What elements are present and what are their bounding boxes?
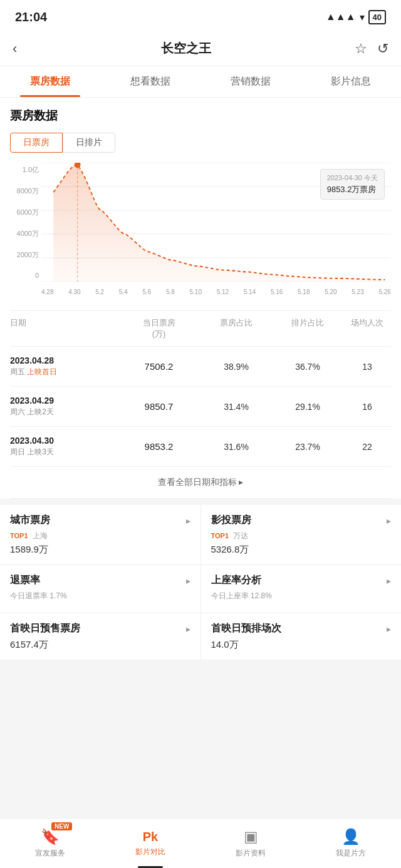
- view-all-link[interactable]: 查看全部日期和指标 ▸: [10, 467, 391, 499]
- chart-container: 0 2000万 4000万 6000万 8000万 1.0亿: [10, 163, 391, 300]
- refund-rate-title: 退票率: [10, 574, 40, 587]
- status-icons: ▲▲▲ ▾ 40: [326, 10, 386, 24]
- chart-x-labels: 4.28 4.30 5.2 5.4 5.6 5.8 5.10 5.12 5.14…: [41, 283, 391, 300]
- row1-schedulepct: 36.7%: [272, 361, 343, 372]
- refresh-button[interactable]: ↺: [377, 41, 388, 57]
- row3-box: 9853.2: [117, 441, 200, 452]
- presale-box-title: 首映日预售票房: [10, 622, 80, 635]
- theater-box-subtitle: TOP1 万达: [211, 531, 392, 541]
- table-header: 日期 当日票房 (万) 票房占比 排片占比 场均人次: [10, 311, 391, 347]
- theater-box-card[interactable]: 影投票房 ▸ TOP1 万达 5326.8万: [201, 505, 402, 564]
- row2-box: 9850.7: [117, 401, 200, 412]
- row1-date: 2023.04.28 周五 上映首日: [10, 355, 117, 377]
- chart-svg-area: 2023-04-30 今天 9853.2万票房: [41, 163, 391, 282]
- presale-schedule-title: 首映日预排场次: [211, 622, 281, 635]
- theater-box-title-row: 影投票房 ▸: [211, 514, 392, 527]
- x-label-516: 5.16: [271, 288, 283, 295]
- cards-grid-middle: 退票率 ▸ 今日退票率 1.7% 上座率分析 ▸ 今日上座率 12.8%: [0, 565, 401, 613]
- row2-date: 2023.04.29 周六 上映2天: [10, 396, 117, 417]
- city-box-arrow: ▸: [186, 516, 190, 526]
- header-right: ☆ ↺: [355, 41, 388, 57]
- row3-boxpct: 31.6%: [200, 441, 272, 452]
- y-label-10000: 1.0亿: [13, 165, 39, 175]
- city-box-title: 城市票房: [10, 514, 50, 527]
- row2-schedulepct: 29.1%: [272, 401, 343, 412]
- refund-rate-subtitle: 今日退票率 1.7%: [10, 591, 190, 601]
- signal-icon: ▲▲▲: [326, 11, 356, 23]
- presale-box-value: 6157.4万: [10, 639, 190, 651]
- theater-box-title: 影投票房: [211, 514, 251, 527]
- table-row: 2023.04.28 周五 上映首日 7506.2 38.9% 36.7% 13: [10, 347, 391, 387]
- x-label-54: 5.4: [119, 288, 128, 295]
- nav-item-compare[interactable]: Pk 影片对比: [100, 819, 200, 868]
- distributor-icon: 👤: [341, 828, 360, 845]
- star-button[interactable]: ☆: [355, 41, 367, 57]
- city-box-value: 1589.9万: [10, 544, 190, 556]
- presale-box-title-row: 首映日预售票房 ▸: [10, 622, 190, 635]
- chart-y-labels: 0 2000万 4000万 6000万 8000万 1.0亿: [10, 163, 41, 282]
- city-box-card[interactable]: 城市票房 ▸ TOP1 上海 1589.9万: [0, 505, 200, 564]
- battery-indicator: 40: [368, 10, 386, 24]
- x-label-56: 5.6: [142, 288, 151, 295]
- x-label-518: 5.18: [298, 288, 310, 295]
- distributor-label: 我是片方: [336, 848, 366, 859]
- row3-schedulepct: 23.7%: [272, 441, 343, 452]
- header: ‹ 长空之王 ☆ ↺: [0, 31, 401, 66]
- tab-box-data[interactable]: 票房数据: [0, 66, 100, 97]
- x-label-510: 5.10: [190, 288, 202, 295]
- row3-avgpeople: 22: [343, 441, 391, 452]
- row3-date: 2023.04.30 周日 上映3天: [10, 436, 117, 457]
- refund-rate-card[interactable]: 退票率 ▸ 今日退票率 1.7%: [0, 565, 200, 613]
- tooltip-date: 2023-04-30 今天: [327, 173, 378, 183]
- y-label-8000: 8000万: [13, 186, 39, 196]
- page-title: 长空之王: [161, 40, 211, 57]
- nav-item-distributor[interactable]: 👤 我是片方: [301, 819, 401, 868]
- bottom-nav: 🔖 宣发服务 NEW Pk 影片对比 ▣ 影片资料 👤 我是片方: [0, 818, 401, 868]
- col-header-box: 当日票房 (万): [117, 317, 200, 340]
- x-label-514: 5.14: [244, 288, 256, 295]
- tab-bar: 票房数据 想看数据 营销数据 影片信息: [0, 66, 401, 98]
- nav-item-promo[interactable]: 🔖 宣发服务 NEW: [0, 819, 100, 868]
- tooltip-value: 9853.2万票房: [327, 184, 378, 195]
- section-divider: [0, 499, 401, 505]
- attendance-card[interactable]: 上座率分析 ▸ 今日上座率 12.8%: [201, 565, 402, 613]
- x-label-512: 5.12: [217, 288, 229, 295]
- row1-boxpct: 38.9%: [200, 361, 272, 372]
- row2-avgpeople: 16: [343, 401, 391, 412]
- col-header-schedulepct: 排片占比: [272, 317, 343, 340]
- refund-rate-arrow: ▸: [186, 576, 190, 586]
- compare-icon: Pk: [143, 830, 158, 844]
- table-row: 2023.04.30 周日 上映3天 9853.2 31.6% 23.7% 22: [10, 427, 391, 467]
- toggle-daily-schedule[interactable]: 日排片: [63, 133, 115, 153]
- city-box-subtitle: TOP1 上海: [10, 531, 190, 541]
- chart-toggle-group: 日票房 日排片: [10, 133, 391, 153]
- theater-box-arrow: ▸: [387, 516, 391, 526]
- presale-schedule-card[interactable]: 首映日预排场次 ▸ 14.0万: [201, 613, 402, 660]
- attendance-subtitle: 今日上座率 12.8%: [211, 591, 392, 601]
- theater-box-value: 5326.8万: [211, 544, 392, 556]
- col-header-boxpct: 票房占比: [200, 317, 272, 340]
- row1-box: 7506.2: [117, 361, 200, 372]
- data-table: 日期 当日票房 (万) 票房占比 排片占比 场均人次 2023.04.28 周五…: [10, 310, 391, 467]
- cards-grid-top: 城市票房 ▸ TOP1 上海 1589.9万 影投票房 ▸ TOP1 万达 53…: [0, 505, 401, 564]
- tab-want-data[interactable]: 想看数据: [100, 66, 200, 97]
- material-icon: ▣: [244, 828, 258, 845]
- new-badge: NEW: [51, 822, 72, 830]
- status-time: 21:04: [15, 10, 47, 24]
- attendance-title-row: 上座率分析 ▸: [211, 574, 392, 587]
- material-label: 影片资料: [236, 848, 266, 859]
- y-label-0: 0: [13, 272, 39, 279]
- tab-film-info[interactable]: 影片信息: [301, 66, 401, 97]
- nav-item-material[interactable]: ▣ 影片资料: [200, 819, 301, 868]
- promo-icon: 🔖: [41, 828, 60, 845]
- cards-grid-bottom: 首映日预售票房 ▸ 6157.4万 首映日预排场次 ▸ 14.0万: [0, 613, 401, 660]
- presale-box-card[interactable]: 首映日预售票房 ▸ 6157.4万: [0, 613, 200, 660]
- x-label-523: 5.23: [352, 288, 363, 295]
- back-button[interactable]: ‹: [13, 41, 17, 57]
- x-label-430: 4.30: [68, 288, 80, 295]
- tab-marketing-data[interactable]: 营销数据: [200, 66, 301, 97]
- x-label-428: 4.28: [41, 288, 53, 295]
- row1-avgpeople: 13: [343, 361, 391, 372]
- toggle-daily-box[interactable]: 日票房: [10, 133, 63, 153]
- chart-tooltip: 2023-04-30 今天 9853.2万票房: [320, 169, 385, 200]
